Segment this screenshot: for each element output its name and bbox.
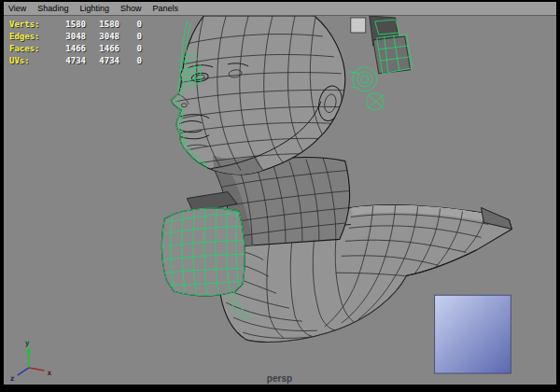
viewport-canvas[interactable]: Verts: 1580 1580 0 Edges: 3048 3048 0 Fa… <box>4 16 556 385</box>
hud-label: Faces: <box>9 43 52 55</box>
camera-label: persp <box>267 373 292 384</box>
menu-view[interactable]: View <box>8 4 26 13</box>
menu-show[interactable]: Show <box>120 4 142 13</box>
hud-value: 1580 <box>52 19 86 31</box>
hud-value: 3048 <box>52 31 86 43</box>
hud-value: 1580 <box>86 19 119 31</box>
hud-value: 0 <box>119 31 142 43</box>
hud-value: 0 <box>119 43 142 55</box>
ear-gadget <box>349 16 413 110</box>
hud-value: 1466 <box>52 43 86 55</box>
axis-tripod-icon: y x z <box>10 339 52 383</box>
svg-text:x: x <box>48 369 52 377</box>
hud-value: 1466 <box>86 43 119 55</box>
wireframe-model: y x z <box>4 16 556 385</box>
hud-row-faces: Faces: 1466 1466 0 <box>9 43 142 55</box>
maya-viewport-window: View Shading Lighting Show Panels Verts:… <box>0 0 560 392</box>
svg-text:y: y <box>25 339 30 347</box>
hud-value: 0 <box>119 19 142 31</box>
color-swatch <box>435 295 511 373</box>
hud-row-uvs: UVs: 4734 4734 0 <box>9 55 142 67</box>
panel-frame: View Shading Lighting Show Panels Verts:… <box>4 2 556 385</box>
svg-text:z: z <box>10 374 15 383</box>
hud-value: 3048 <box>86 31 119 43</box>
menu-shading[interactable]: Shading <box>37 4 68 13</box>
hud-value: 0 <box>119 55 142 67</box>
menu-panels[interactable]: Panels <box>152 4 178 13</box>
hud-row-verts: Verts: 1580 1580 0 <box>9 19 142 31</box>
menu-lighting[interactable]: Lighting <box>79 4 109 13</box>
hud-row-edges: Edges: 3048 3048 0 <box>9 31 142 43</box>
hud-value: 4734 <box>52 55 86 67</box>
hud-value: 4734 <box>86 55 119 67</box>
hud-label: Edges: <box>9 31 52 43</box>
poly-count-hud: Verts: 1580 1580 0 Edges: 3048 3048 0 Fa… <box>9 19 142 67</box>
hud-label: UVs: <box>9 55 52 67</box>
panel-menu-bar: View Shading Lighting Show Panels <box>4 2 556 16</box>
hud-label: Verts: <box>9 19 52 31</box>
